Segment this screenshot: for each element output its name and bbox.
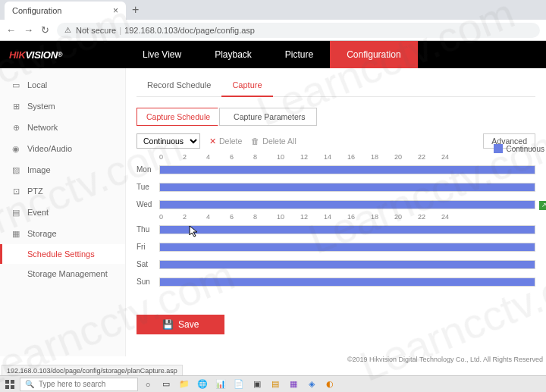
schedule-bar[interactable]: [159, 183, 535, 192]
url-field[interactable]: ⚠ Not secure | 192.168.0.103/doc/page/co…: [57, 23, 540, 38]
sidebar-item-storage[interactable]: ▦Storage: [0, 223, 125, 244]
reload-icon[interactable]: ↻: [41, 24, 49, 36]
svg-rect-1: [11, 380, 14, 384]
time-axis: 024681012141618202224: [136, 213, 535, 221]
app-icon[interactable]: 🌐: [194, 377, 211, 392]
app-icon[interactable]: ◐: [322, 377, 338, 392]
copyright: ©2019 Hikvision Digital Technology Co., …: [347, 356, 543, 363]
content-area: Record Schedule Capture Capture Schedule…: [126, 68, 546, 356]
tab-capture[interactable]: Capture: [221, 74, 272, 97]
save-button[interactable]: 💾 Save: [136, 315, 224, 334]
schedule-bar[interactable]: ↗: [159, 200, 535, 209]
browser-tab-bar: Configuration × +: [0, 0, 546, 20]
globe-icon: ⊕: [11, 122, 21, 133]
copy-icon[interactable]: ↗: [539, 201, 546, 210]
trash-icon: 🗑: [251, 136, 259, 146]
sidebar-item-event[interactable]: ▤Event: [0, 202, 125, 223]
legend: Continuous: [494, 144, 544, 153]
schedule-bar[interactable]: [159, 225, 535, 234]
close-icon[interactable]: ×: [113, 5, 118, 16]
delete-all-button[interactable]: 🗑Delete All: [251, 136, 296, 146]
monitor-icon: ▭: [11, 80, 21, 90]
event-icon: ▤: [11, 207, 21, 218]
day-row-thu[interactable]: Thu: [136, 221, 535, 238]
x-icon: ✕: [209, 136, 216, 146]
storage-icon: ▦: [11, 228, 21, 239]
sidebar-item-schedule-settings[interactable]: Schedule Settings: [0, 244, 125, 264]
sidebar-item-local[interactable]: ▭Local: [0, 74, 125, 96]
top-nav: Live View Playback Picture Configuration: [126, 41, 418, 68]
day-label: Fri: [136, 243, 159, 251]
search-icon: 🔍: [25, 380, 34, 388]
day-row-wed[interactable]: Wed↗: [136, 196, 535, 213]
tab-capture-parameters[interactable]: Capture Parameters: [219, 108, 317, 126]
schedule-bar[interactable]: [159, 278, 535, 287]
taskbar-search[interactable]: 🔍Type here to search: [20, 378, 138, 391]
nav-picture[interactable]: Picture: [268, 41, 330, 68]
taskbar: 🔍Type here to search ○ ▭ 📁 🌐 📊 📄 ▣ ▤ ▦ ◈…: [0, 375, 546, 392]
back-icon[interactable]: ←: [6, 24, 16, 36]
sidebar-item-ptz[interactable]: ⊡PTZ: [0, 180, 125, 202]
tab-title: Configuration: [12, 6, 61, 15]
day-label: Thu: [136, 225, 159, 234]
time-axis: 024681012141618202224: [136, 153, 535, 161]
nav-playback[interactable]: Playback: [198, 41, 268, 68]
schedule-bar[interactable]: [159, 165, 535, 174]
app-icon[interactable]: ▦: [285, 377, 302, 392]
app-icon[interactable]: 📁: [176, 377, 193, 392]
app-icon[interactable]: ▣: [249, 377, 265, 392]
tab-capture-schedule[interactable]: Capture Schedule: [136, 108, 224, 126]
nav-configuration[interactable]: Configuration: [330, 41, 417, 68]
app-icon[interactable]: 📄: [231, 377, 247, 392]
toolbar: Continuous ✕Delete 🗑Delete All Advanced: [136, 133, 535, 149]
video-icon: ◉: [11, 143, 21, 154]
nav-live-view[interactable]: Live View: [126, 41, 198, 68]
day-label: Mon: [136, 165, 159, 174]
day-label: Tue: [136, 183, 159, 191]
image-icon: ▨: [11, 165, 21, 175]
task-view-icon[interactable]: ▭: [158, 377, 174, 392]
not-secure-icon: ⚠: [64, 26, 71, 34]
day-label: Sun: [136, 278, 159, 286]
app-icon[interactable]: 📊: [212, 377, 229, 392]
forward-icon[interactable]: →: [24, 24, 33, 36]
day-row-sun[interactable]: Sun: [136, 273, 535, 290]
schedule-grid: 024681012141618202224MonTueWed↗024681012…: [136, 153, 535, 290]
app-icon[interactable]: ▤: [267, 377, 284, 392]
legend-swatch: [494, 144, 503, 153]
url-text: 192.168.0.103/doc/page/config.asp: [124, 26, 255, 35]
schedule-bar[interactable]: [159, 260, 535, 269]
browser-tab[interactable]: Configuration ×: [5, 2, 126, 20]
ptz-icon: ⊡: [11, 186, 21, 196]
cortana-icon[interactable]: ○: [140, 377, 156, 392]
app-icon[interactable]: ◈: [303, 377, 320, 392]
day-row-mon[interactable]: Mon: [136, 161, 535, 178]
content-tabs: Record Schedule Capture: [136, 74, 535, 97]
day-row-sat[interactable]: Sat: [136, 256, 535, 273]
sub-tabs: Capture Schedule Capture Parameters: [136, 108, 535, 126]
sidebar-item-image[interactable]: ▨Image: [0, 159, 125, 180]
svg-rect-3: [11, 385, 14, 389]
svg-rect-2: [5, 385, 9, 389]
sidebar-item-system[interactable]: ⊞System: [0, 96, 125, 117]
start-button[interactable]: [2, 377, 18, 392]
tab-record-schedule[interactable]: Record Schedule: [136, 74, 221, 96]
system-icon: ⊞: [11, 101, 21, 111]
sidebar-item-video[interactable]: ◉Video/Audio: [0, 138, 125, 159]
day-label: Wed: [136, 200, 159, 209]
day-label: Sat: [136, 260, 159, 268]
sidebar-item-network[interactable]: ⊕Network: [0, 117, 125, 138]
sidebar-item-storage-management[interactable]: Storage Management: [0, 264, 125, 284]
logo: HIKVISION®: [0, 41, 126, 68]
delete-button[interactable]: ✕Delete: [209, 136, 242, 146]
sidebar: ▭Local ⊞System ⊕Network ◉Video/Audio ▨Im…: [0, 68, 126, 356]
new-tab-button[interactable]: +: [132, 3, 139, 17]
mode-dropdown[interactable]: Continuous: [136, 133, 200, 149]
not-secure-label: Not secure: [76, 26, 116, 35]
day-row-fri[interactable]: Fri: [136, 238, 535, 256]
app-header: HIKVISION® Live View Playback Picture Co…: [0, 41, 546, 68]
schedule-bar[interactable]: [159, 243, 535, 252]
day-row-tue[interactable]: Tue: [136, 178, 535, 196]
cursor-icon: [188, 224, 202, 238]
save-icon: 💾: [162, 319, 174, 330]
